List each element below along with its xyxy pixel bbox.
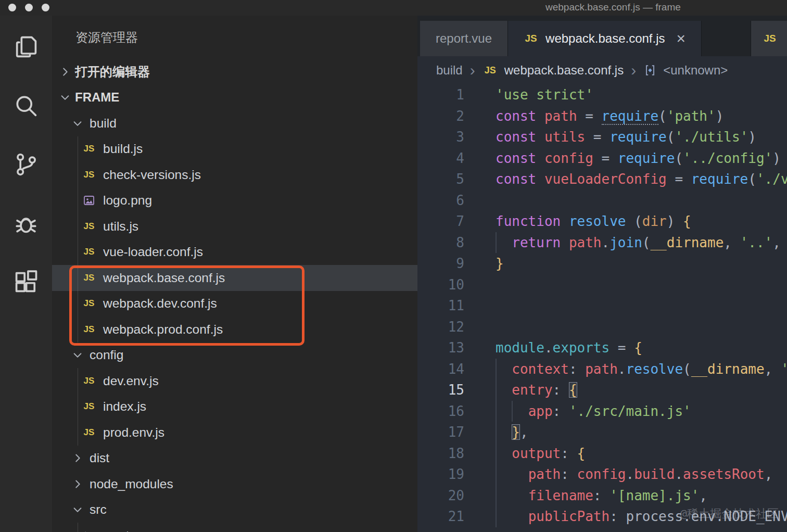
tree-item-node-modules[interactable]: node_modules [52,471,417,497]
code-line[interactable]: 7function resolve (dir) { [417,211,787,232]
code-token: : [561,446,577,461]
debug-button[interactable] [12,210,40,237]
code-token: . [658,530,667,532]
code-token: path [528,466,561,482]
code-token: dir [642,213,667,229]
tree-item-index-js[interactable]: JSindex.js [52,394,417,420]
code-token: path [585,361,618,377]
tree-item-webpack-base-conf-js[interactable]: JSwebpack.base.conf.js [52,265,417,291]
code-line-text: 'use strict' [464,87,593,103]
tree-item-label: build [90,116,117,131]
chevron-right-icon [72,452,83,464]
source-control-button[interactable] [12,151,40,178]
tree-item-logo-png[interactable]: logo.png [52,188,417,214]
code-token: join [610,235,642,250]
code-token: : [569,361,585,377]
code-token: ( [642,235,651,250]
breadcrumb-item-unknown[interactable]: <unknown> [663,63,728,78]
breadcrumb-separator-icon: › [631,62,636,78]
code-line[interactable]: 9} [417,253,787,274]
code-line[interactable]: 18 output: { [417,443,787,464]
code-line[interactable]: 16 app: './src/main.js' [417,401,787,422]
tree-item-build[interactable]: build [52,110,417,136]
line-number: 7 [417,213,464,229]
tree-item-label: vue-loader.conf.js [103,245,203,259]
tree-item-vue-loader-conf-js[interactable]: JSvue-loader.conf.js [52,239,417,265]
code-line[interactable]: 15 entry: { [417,379,787,401]
code-token: config [561,530,610,532]
code-token: app [528,403,553,419]
code-token: 'use strict' [496,87,593,103]
code-token: , [772,235,787,250]
code-token [496,424,512,440]
code-line[interactable]: 10 [417,274,787,296]
code-line-text: const path = require('path') [464,108,723,124]
tree-item-webpack-dev-conf-js[interactable]: JSwebpack.dev.conf.js [52,291,417,317]
code-line[interactable]: 3const utils = require('./utils') [417,126,787,148]
code-line[interactable]: 12 [417,316,787,338]
js-file-icon: JS [763,33,777,44]
code-token: __dirname [650,235,723,250]
code-token: . [618,361,626,377]
code-token [496,509,528,524]
code-line[interactable]: 8 return path.join(__dirname, '..', dir) [417,232,787,254]
code-editor[interactable]: @稀土掘金技术社区 1'use strict'2const path = req… [417,84,787,532]
tab-webpack-base-conf-js[interactable]: JSwebpack.base.conf.js× [508,21,702,56]
code-line[interactable]: 4const config = require('../config') [417,148,787,169]
code-line-text: function resolve (dir) { [464,213,691,229]
code-line[interactable]: 1'use strict' [417,84,787,106]
zoom-window-button[interactable] [42,4,49,11]
code-line[interactable]: 2const path = require('path') [417,106,787,127]
code-line[interactable]: 5const vueLoaderConfig = require('./vue-… [417,169,787,190]
code-token [561,213,569,229]
code-token: path [569,235,602,250]
extensions-button[interactable] [12,269,40,296]
tab-overflow[interactable]: JS [751,21,787,56]
tree-item-dist[interactable]: dist [52,446,417,472]
tree-item-prod-env-js[interactable]: JSprod.env.js [52,420,417,446]
close-tab-icon[interactable]: × [677,31,686,46]
code-line[interactable]: 22 ? config.build.assetsPublicPath [417,527,787,532]
line-number: 13 [417,340,464,356]
tree-item-assets[interactable]: assets [52,523,417,532]
code-token: } [512,424,520,440]
open-editors-section-header[interactable]: 打开的编辑器 [52,59,417,85]
tree-item-src[interactable]: src [52,497,417,523]
code-token: module [496,340,544,356]
minimize-window-button[interactable] [25,4,33,11]
tree-item-check-versions-js[interactable]: JScheck-versions.js [52,162,417,188]
close-window-button[interactable] [8,4,16,11]
tree-indent-guide [78,368,78,446]
code-token: . [602,235,610,250]
chevron-right-icon [59,66,71,78]
code-line[interactable]: 14 context: path.resolve(__dirname, '../… [417,359,787,380]
line-number: 10 [417,277,464,293]
code-line[interactable]: 13module.exports = { [417,337,787,359]
tab-report-vue[interactable]: report.vue [420,21,508,56]
tree-item-label: dist [90,451,109,465]
tree-item-webpack-prod-conf-js[interactable]: JSwebpack.prod.conf.js [52,316,417,343]
explorer-button[interactable] [12,33,40,60]
code-line[interactable]: 20 filename: '[name].js', [417,485,787,506]
tree-item-dev-env-js[interactable]: JSdev.env.js [52,368,417,394]
frame-section-header[interactable]: FRAME [52,85,417,111]
tree-item-utils-js[interactable]: JSutils.js [52,213,417,239]
code-token: require [618,150,675,166]
code-token: entry [512,382,552,398]
tree-item-label: webpack.prod.conf.js [103,322,223,337]
breadcrumb-item-build[interactable]: build [436,63,463,78]
code-line[interactable]: 19 path: config.build.assetsRoot, [417,464,787,485]
code-line[interactable]: 11 [417,295,787,316]
breadcrumb-item-webpack-base-conf-js[interactable]: webpack.base.conf.js [504,63,624,78]
code-token: build [634,466,675,482]
code-token: utils [544,129,585,145]
code-token: : [610,509,626,524]
code-line[interactable]: 17 }, [417,422,787,443]
tree-item-config[interactable]: config [52,343,417,369]
line-number: 12 [417,319,464,335]
code-line[interactable]: 6 [417,190,787,211]
search-button[interactable] [12,92,40,119]
line-number: 20 [417,488,464,503]
js-file-icon: JS [483,65,498,76]
tree-item-build-js[interactable]: JSbuild.js [52,136,417,162]
